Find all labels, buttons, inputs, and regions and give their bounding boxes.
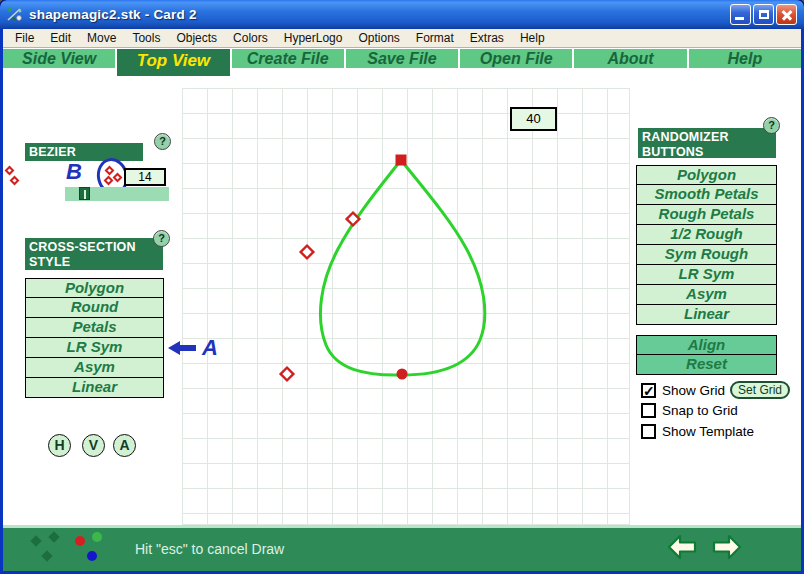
align-a-button[interactable]: A [113, 434, 136, 457]
bezier-segments-header: BEZIER SEGMENTS [25, 143, 143, 161]
menu-format[interactable]: Format [408, 31, 462, 45]
menu-edit[interactable]: Edit [42, 31, 79, 45]
rand-lr-sym-button[interactable]: LR Sym [636, 265, 777, 285]
randomizer-help-icon[interactable]: ? [763, 117, 780, 134]
menu-objects[interactable]: Objects [168, 31, 225, 45]
randomizer-title-line1: RANDOMIZER [642, 130, 776, 145]
cs-linear-button[interactable]: Linear [25, 378, 164, 398]
reset-button[interactable]: Reset [636, 355, 777, 375]
app-window: shapemagic2.stk - Card 2 File Edit Move … [0, 0, 804, 574]
show-grid-label: Show Grid [662, 383, 725, 398]
tab-top-view[interactable]: Top View [117, 49, 229, 76]
randomizer-header: RANDOMIZER BUTTONS [638, 128, 776, 158]
rand-smooth-petals-button[interactable]: Smooth Petals [636, 185, 777, 205]
show-template-checkbox[interactable] [641, 424, 656, 439]
menu-colors[interactable]: Colors [225, 31, 276, 45]
menu-hyperlogo[interactable]: HyperLogo [276, 31, 351, 45]
show-grid-row: ✓ Show Grid Set Grid [641, 381, 790, 399]
cross-section-help-icon[interactable]: ? [153, 230, 170, 247]
annotation-a: A [202, 335, 218, 361]
tab-about[interactable]: About [574, 49, 686, 68]
tab-help[interactable]: Help [689, 49, 801, 68]
randomizer-buttons: Polygon Smooth Petals Rough Petals 1/2 R… [636, 165, 777, 325]
bezier-segments-value[interactable]: 14 [124, 168, 166, 186]
tab-create-file[interactable]: Create File [232, 49, 344, 68]
minimize-icon [735, 17, 744, 20]
rand-linear-button[interactable]: Linear [636, 305, 777, 325]
grid-size-box[interactable]: 40 [510, 107, 557, 131]
control-point-diamond[interactable] [347, 213, 360, 226]
snap-to-grid-row: Snap to Grid [641, 403, 738, 418]
show-template-row: Show Template [641, 424, 754, 439]
control-point-bottom[interactable] [397, 369, 408, 380]
slider-thumb[interactable] [79, 187, 90, 200]
menu-extras[interactable]: Extras [462, 31, 512, 45]
prev-card-button[interactable] [667, 534, 697, 562]
decoration-dot-icon [30, 535, 41, 546]
red-dot-icon [75, 536, 85, 546]
snap-to-grid-label: Snap to Grid [662, 403, 738, 418]
drawing-canvas[interactable] [182, 88, 630, 525]
next-card-button[interactable] [712, 534, 742, 562]
menu-help[interactable]: Help [512, 31, 553, 45]
tab-open-file[interactable]: Open File [460, 49, 572, 68]
maximize-button[interactable] [753, 4, 774, 25]
rand-rough-petals-button[interactable]: Rough Petals [636, 205, 777, 225]
rand-half-rough-button[interactable]: 1/2 Rough [636, 225, 777, 245]
tab-save-file[interactable]: Save File [346, 49, 458, 68]
rand-sym-rough-button[interactable]: Sym Rough [636, 245, 777, 265]
right-arrow-icon [714, 536, 740, 558]
control-point-diamond[interactable] [281, 368, 294, 381]
left-arrow-icon [669, 536, 695, 558]
cross-section-title-line2: STYLE [29, 255, 163, 270]
menu-bar: File Edit Move Tools Objects Colors Hype… [3, 29, 801, 48]
tab-bar: Side View Top View Create File Save File… [3, 49, 801, 76]
decoration-dot-icon [41, 550, 52, 561]
bezier-shape [182, 88, 630, 525]
tab-side-view[interactable]: Side View [3, 49, 115, 68]
align-button[interactable]: Align [636, 335, 777, 355]
show-grid-checkbox[interactable]: ✓ [641, 383, 656, 398]
cross-section-header: CROSS-SECTION STYLE [25, 238, 163, 270]
menu-tools[interactable]: Tools [124, 31, 168, 45]
menu-options[interactable]: Options [350, 31, 407, 45]
cs-petals-button[interactable]: Petals [25, 318, 164, 338]
rand-asym-button[interactable]: Asym [636, 285, 777, 305]
cs-polygon-button[interactable]: Polygon [25, 278, 164, 298]
rand-polygon-button[interactable]: Polygon [636, 165, 777, 185]
control-point-apex[interactable] [396, 155, 407, 166]
flip-horizontal-button[interactable]: H [48, 434, 71, 457]
window-content: File Edit Move Tools Objects Colors Hype… [3, 29, 801, 571]
status-message: Hit "esc" to cancel Draw [135, 541, 284, 557]
action-buttons: Align Reset [636, 335, 777, 375]
set-grid-button[interactable]: Set Grid [730, 381, 790, 399]
randomizer-title-line2: BUTTONS [642, 145, 776, 160]
menu-move[interactable]: Move [79, 31, 124, 45]
teardrop-path [320, 160, 484, 375]
show-template-label: Show Template [662, 424, 754, 439]
cross-section-buttons: Polygon Round Petals LR Sym Asym Linear [25, 278, 164, 398]
title-bar[interactable]: shapemagic2.stk - Card 2 [0, 0, 804, 29]
snap-to-grid-checkbox[interactable] [641, 403, 656, 418]
green-dot-icon [92, 532, 102, 542]
cs-round-button[interactable]: Round [25, 298, 164, 318]
control-point-diamond[interactable] [301, 246, 314, 259]
stray-control-point[interactable] [10, 176, 20, 186]
blue-dot-icon [87, 551, 97, 561]
cross-section-title-line1: CROSS-SECTION [29, 240, 163, 255]
annotation-arrow-tail [179, 345, 196, 351]
menu-file[interactable]: File [7, 31, 42, 45]
cs-asym-button[interactable]: Asym [25, 358, 164, 378]
bezier-segments-slider[interactable] [65, 187, 169, 201]
close-button[interactable] [776, 4, 797, 25]
bezier-help-icon[interactable]: ? [154, 133, 171, 150]
decoration-dot-icon [48, 531, 59, 542]
minimize-button[interactable] [730, 4, 751, 25]
app-icon [6, 6, 24, 24]
maximize-icon [759, 10, 769, 19]
cs-lr-sym-button[interactable]: LR Sym [25, 338, 164, 358]
stray-control-point[interactable] [5, 166, 15, 176]
status-bar: Hit "esc" to cancel Draw [3, 525, 801, 571]
flip-vertical-button[interactable]: V [82, 434, 105, 457]
window-title: shapemagic2.stk - Card 2 [29, 7, 197, 22]
